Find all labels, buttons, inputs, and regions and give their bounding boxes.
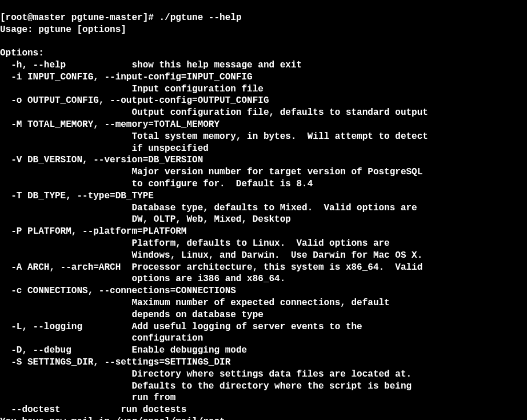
opt-version-desc1: Major version number for target version … bbox=[131, 167, 422, 177]
opt-logging-desc2: configuration bbox=[131, 333, 203, 343]
opt-settings-desc3: run from bbox=[131, 393, 175, 403]
opt-help-flag: -h, --help bbox=[11, 60, 66, 70]
opt-output-flag: -o OUTPUT_CONFIG, --output-config=OUTPUT… bbox=[11, 95, 269, 106]
opt-connections-desc1: Maximum number of expected connections, … bbox=[131, 298, 389, 308]
opt-memory-flag: -M TOTAL_MEMORY, --memory=TOTAL_MEMORY bbox=[11, 119, 219, 130]
terminal-window[interactable]: [root@master pgtune-master]# ./pgtune --… bbox=[0, 12, 527, 420]
opt-connections-flag: -c CONNECTIONS, --connections=CONNECTION… bbox=[11, 286, 236, 296]
opt-doctest-flag: --doctest bbox=[11, 405, 60, 415]
usage-line: Usage: pgtune [options] bbox=[0, 25, 126, 35]
opt-memory-desc1: Total system memory, in bytes. Will atte… bbox=[131, 131, 428, 142]
opt-settings-desc2: Defaults to the directory where the scri… bbox=[131, 381, 412, 391]
opt-logging-flag: -L, --logging bbox=[11, 322, 82, 332]
opt-connections-desc2: depends on database type bbox=[131, 310, 263, 320]
opt-platform-desc1: Platform, defaults to Linux. Valid optio… bbox=[131, 238, 389, 249]
opt-help-desc: show this help message and exit bbox=[131, 60, 302, 70]
opt-type-desc2: DW, OLTP, Web, Mixed, Desktop bbox=[131, 214, 290, 225]
opt-arch-desc2: options are i386 and x86_64. bbox=[131, 274, 285, 284]
opt-logging-desc1: Add useful logging of server events to t… bbox=[131, 322, 362, 332]
opt-platform-desc2: Windows, Linux, and Darwin. Use Darwin f… bbox=[131, 250, 422, 261]
opt-input-flag: -i INPUT_CONFIG, --input-config=INPUT_CO… bbox=[11, 72, 252, 82]
opt-doctest-desc: run doctests bbox=[121, 405, 186, 415]
opt-debug-desc: Enable debugging mode bbox=[131, 345, 247, 355]
mail-notice: You have new mail in /var/spool/mail/roo… bbox=[0, 417, 225, 420]
opt-version-flag: -V DB_VERSION, --version=DB_VERSION bbox=[11, 155, 203, 165]
opt-output-desc: Output configuration file, defaults to s… bbox=[131, 107, 428, 118]
opt-arch-desc1: Processor architecture, this system is x… bbox=[131, 262, 422, 273]
opt-debug-flag: -D, --debug bbox=[11, 345, 71, 355]
opt-settings-flag: -S SETTINGS_DIR, --settings=SETTINGS_DIR bbox=[11, 357, 230, 367]
options-header: Options: bbox=[0, 48, 44, 58]
command-input[interactable]: ./pgtune --help bbox=[159, 13, 241, 23]
opt-platform-flag: -P PLATFORM, --platform=PLATFORM bbox=[11, 226, 186, 237]
opt-input-desc: Input configuration file bbox=[131, 84, 263, 94]
opt-version-desc2: to configure for. Default is 8.4 bbox=[131, 179, 313, 189]
opt-type-flag: -T DB_TYPE, --type=DB_TYPE bbox=[11, 191, 154, 201]
opt-memory-desc2: if unspecified bbox=[131, 143, 208, 154]
shell-prompt: [root@master pgtune-master]# bbox=[0, 13, 159, 23]
opt-type-desc1: Database type, defaults to Mixed. Valid … bbox=[131, 203, 417, 213]
opt-arch-flag: -A ARCH, --arch=ARCH bbox=[11, 262, 121, 273]
opt-settings-desc1: Directory where settings data files are … bbox=[131, 369, 412, 379]
